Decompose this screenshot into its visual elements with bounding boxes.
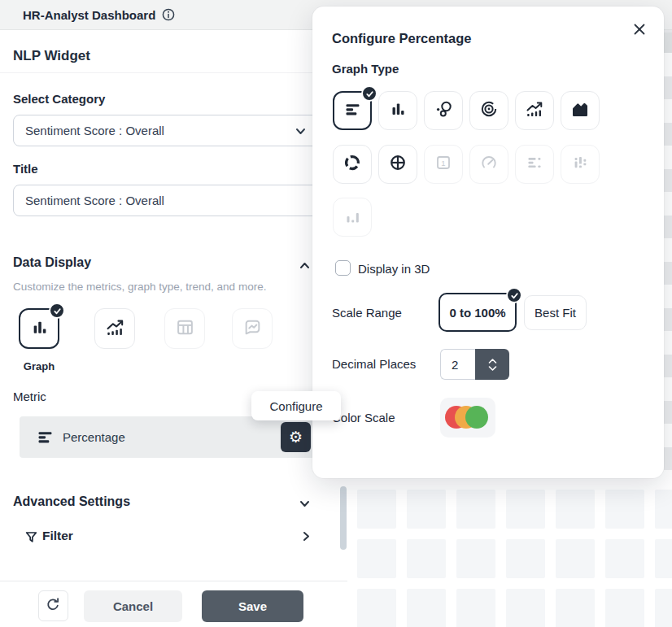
horizontal-bar-chart-icon (345, 102, 360, 120)
decimal-places-stepper[interactable] (475, 349, 509, 380)
placeholder-tile (655, 589, 672, 627)
divider (0, 72, 347, 73)
save-button[interactable]: Save (202, 590, 303, 622)
title-input[interactable] (25, 194, 320, 207)
graph-type-donut[interactable] (333, 145, 372, 184)
category-select[interactable]: Sentiment Score : Overall (13, 115, 332, 146)
graph-type-area[interactable] (561, 91, 600, 130)
placeholder-tile (605, 490, 644, 529)
vertical-bar-chart-icon (31, 319, 48, 339)
gear-icon: ⚙ (289, 429, 303, 445)
funnel-icon (24, 530, 38, 544)
svg-text:1: 1 (441, 159, 445, 168)
placeholder-tile (456, 589, 495, 627)
chevron-up-icon[interactable] (298, 259, 312, 272)
selected-check-badge (49, 303, 65, 319)
graph-type-trend[interactable] (515, 91, 554, 130)
panel-scrollbar[interactable] (340, 486, 347, 550)
color-scale-label: Color Scale (332, 411, 395, 425)
graph-type-polar[interactable] (469, 91, 508, 130)
configure-percentage-modal: Configure Percentage Graph Type (312, 7, 664, 478)
info-icon[interactable] (162, 8, 175, 21)
data-display-section-title[interactable]: Data Display (13, 255, 91, 270)
graph-type-pie[interactable] (378, 145, 417, 184)
placeholder-tile (605, 589, 644, 627)
pie-chart-icon (389, 154, 407, 175)
graph-type-stacked-horizontal-bar[interactable] (515, 145, 554, 184)
panel-title: NLP Widget (13, 48, 90, 64)
placeholder-tile (357, 539, 396, 578)
placeholder-tile (407, 589, 446, 627)
scale-range-0-to-100-label: 0 to 100% (449, 306, 505, 320)
placeholder-tile (506, 589, 545, 627)
data-display-description: Customize the metrics, graph type, trend… (13, 281, 266, 293)
graph-type-stacked-vertical-bar[interactable] (561, 145, 600, 184)
placeholder-tile (655, 490, 672, 529)
advanced-settings-title[interactable]: Advanced Settings (13, 494, 130, 509)
trend-chart-icon (106, 318, 124, 340)
chevron-right-icon[interactable] (300, 530, 312, 542)
trend-chart-icon (526, 100, 543, 121)
placeholder-tile (556, 589, 595, 627)
chevron-down-icon[interactable] (298, 497, 312, 511)
display-3d-label: Display in 3D (358, 262, 430, 276)
display-option-trend[interactable] (94, 308, 135, 349)
scale-range-best-fit[interactable]: Best Fit (524, 295, 587, 330)
display-option-table[interactable] (164, 308, 205, 349)
cancel-button[interactable]: Cancel (84, 590, 182, 622)
stacked-horizontal-bar-icon (526, 154, 543, 175)
configure-tooltip: Configure (251, 391, 341, 420)
display-3d-checkbox[interactable] (335, 260, 351, 276)
report-chart-icon (243, 318, 262, 340)
placeholder-tile (605, 539, 644, 578)
refresh-button[interactable] (38, 590, 68, 621)
placeholder-tile (655, 539, 672, 578)
number-card-icon: 1 (434, 154, 452, 175)
page: HR-Analyst Dashboard NLP Widget Select C… (0, 0, 672, 627)
display-option-report[interactable] (232, 308, 273, 349)
widget-config-panel: NLP Widget Select Category Sentiment Sco… (0, 30, 347, 627)
dashboard-tiles (357, 490, 672, 627)
stepper-down-icon[interactable] (488, 366, 497, 371)
dashboard-title: HR-Analyst Dashboard (23, 8, 155, 22)
graph-type-histogram[interactable] (333, 198, 372, 237)
configure-metric-button[interactable]: ⚙ (281, 422, 311, 452)
placeholder-tile (456, 539, 495, 578)
graph-type-horizontal-bar[interactable] (333, 91, 372, 130)
refresh-icon (46, 597, 61, 615)
metric-label: Metric (13, 390, 46, 403)
placeholder-tile (506, 490, 545, 529)
filter-title[interactable]: Filter (42, 529, 73, 543)
placeholder-tile (357, 589, 396, 627)
graph-type-bubble[interactable] (424, 91, 463, 130)
graph-type-label: Graph Type (332, 62, 399, 76)
color-scale-swatch[interactable] (440, 398, 495, 438)
placeholder-tile (407, 490, 446, 529)
chevron-down-icon (295, 125, 307, 140)
background-tile-strip (664, 30, 672, 484)
decimal-places-input[interactable] (440, 349, 475, 380)
category-select-value: Sentiment Score : Overall (25, 124, 164, 137)
metric-row-percentage[interactable]: Percentage ⚙ (20, 416, 325, 458)
scale-range-best-fit-label: Best Fit (535, 306, 576, 320)
display-option-graph[interactable] (19, 308, 59, 349)
stepper-up-icon[interactable] (488, 359, 497, 364)
table-icon (176, 318, 194, 340)
placeholder-tile (556, 539, 595, 578)
graph-type-vertical-bar[interactable] (378, 91, 417, 130)
metric-item-label: Percentage (63, 430, 125, 444)
horizontal-bar-chart-icon (37, 429, 53, 445)
gauge-icon (480, 154, 498, 175)
title-label: Title (13, 162, 38, 176)
placeholder-tile (407, 539, 446, 578)
graph-type-gauge[interactable] (469, 145, 508, 184)
graph-type-number-card[interactable]: 1 (424, 145, 463, 184)
close-icon[interactable] (633, 23, 646, 36)
scale-range-label: Scale Range (332, 306, 402, 320)
placeholder-tile (506, 539, 545, 578)
scale-range-0-to-100[interactable]: 0 to 100% (439, 293, 517, 332)
bubble-chart-icon (434, 100, 452, 121)
placeholder-tile (556, 490, 595, 529)
vertical-bar-chart-icon (390, 101, 406, 120)
modal-title: Configure Percentage (332, 31, 471, 46)
